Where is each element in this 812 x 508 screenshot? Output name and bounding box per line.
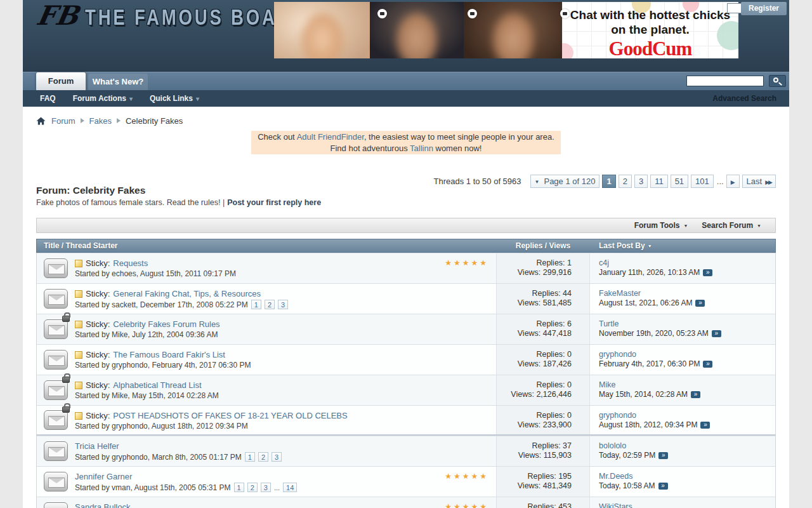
thread-title-link[interactable]: Requests [113,258,148,268]
goto-last-post-icon[interactable] [712,330,721,337]
goto-last-post-icon[interactable] [703,269,712,276]
column-header-last-post[interactable]: Last Post By [590,241,775,250]
search-forum-menu[interactable]: Search Forum [702,221,761,230]
sticky-note-icon [75,260,82,267]
last-post-user-link[interactable]: Mr.Deeds [599,472,775,481]
last-post-user-link[interactable]: bolololo [599,441,775,451]
thread-title-link[interactable]: Tricia Helfer [75,441,119,451]
lock-icon [62,406,70,413]
last-post-cell: FakeMasterAugust 1st, 2021, 06:26 AM [590,284,775,314]
column-header-replies[interactable]: Replies / Views [496,241,590,250]
thread-icon-cell [37,314,75,344]
nav-link-forum-actions[interactable]: Forum Actions [73,94,133,103]
sticky-prefix-label: Sticky: [86,289,110,298]
breadcrumb-separator-icon [117,118,121,123]
search-input[interactable] [686,76,764,86]
forum-description-text: Fake photos of famous female stars. Read… [36,198,225,207]
thread-title-link[interactable]: Jennifer Garner [75,472,132,481]
last-post-user-link[interactable]: Mike [599,380,775,390]
ad-notice-box: Check out Adult FriendFinder, the easies… [251,131,561,154]
search-button[interactable] [769,75,786,87]
tallinn-link[interactable]: Tallinn [410,144,433,153]
goto-last-post-icon[interactable] [658,452,668,459]
thread-byline-line: Started by gryphondo, August 18th, 2012 … [75,422,496,431]
tab-whats-new[interactable]: What's New? [88,74,148,90]
thread-row: Jennifer GarnerStarted by vman, August 1… [37,466,775,497]
advanced-search-link[interactable]: Advanced Search [712,94,776,103]
first-reply-link[interactable]: Post your first reply here [227,198,321,207]
goto-last-post-icon[interactable] [658,483,668,490]
thread-page-button[interactable]: 3 [261,483,271,492]
thread-page-button[interactable]: 1 [245,452,255,462]
goto-last-post-icon[interactable] [695,300,705,307]
sticky-note-icon [75,290,82,298]
page-number-button[interactable]: 11 [650,175,668,188]
thread-title-cell: Sandra BullockStarted by wonderboy, Febr… [75,497,496,508]
forum-tools-menu[interactable]: Forum Tools [634,221,688,230]
home-icon[interactable] [36,116,46,126]
thread-title-link[interactable]: Sandra Bullock [75,502,130,508]
page-number-button[interactable]: 51 [671,175,688,188]
page-number-button[interactable]: 2 [619,175,632,188]
thread-page-button[interactable]: 14 [283,483,297,492]
adult-friendfinder-link[interactable]: Adult FriendFinder [297,132,364,142]
thread-title-line: Sticky:Celebrity Fakes Forum Rules [75,319,496,330]
thread-page-button[interactable]: 3 [278,300,288,309]
last-page-button[interactable]: Last [742,175,776,188]
envelope-icon [44,472,68,491]
thread-page-button[interactable]: 1 [251,300,261,309]
replies-views-cell: Replies: 195Views: 481,349 [496,467,590,497]
last-post-cell: c4jJanuary 11th, 2026, 10:13 AM [590,253,775,283]
last-post-user-link[interactable]: gryphondo [599,350,775,359]
thread-title-link[interactable]: The Famous Board Fakir's List [113,350,225,359]
last-post-user-link[interactable]: FakeMaster [599,289,775,298]
forum-description: Fake photos of famous female stars. Read… [36,198,776,207]
page-number-button[interactable]: 3 [634,175,648,188]
views-count: Views: 115,903 [497,451,572,460]
ad-banner[interactable]: Chat with the hottest chicks on the plan… [274,2,738,58]
last-post-cell: MikeMay 15th, 2014, 02:28 AM [590,375,775,405]
thread-title-link[interactable]: Alphabetical Thread List [113,380,201,390]
thread-page-button[interactable]: 1 [234,483,244,492]
views-count: Views: 299,916 [497,268,572,277]
goto-last-post-icon[interactable] [700,422,710,429]
last-post-date: Today, 02:59 PM [599,451,655,460]
nav-link-quick-links[interactable]: Quick Links [150,94,199,103]
goto-last-post-icon[interactable] [691,391,700,398]
sticky-prefix-label: Sticky: [86,258,110,268]
page-dropdown-button[interactable]: Page 1 of 120 [530,175,600,188]
pagination-ellipsis: ... [717,177,724,186]
thread-title-link[interactable]: Celebrity Fakes Forum Rules [113,319,219,329]
thread-page-button[interactable]: 2 [258,452,268,462]
breadcrumb-item-fakes[interactable]: Fakes [89,116,112,126]
thread-title-link[interactable]: General Faking Chat, Tips, & Resources [113,289,261,298]
login-input[interactable] [727,3,742,13]
site-header: FB THE FAMOUS BOARD Chat with the hottes… [23,0,789,72]
register-button[interactable]: Register [741,2,787,15]
goto-last-post-icon[interactable] [703,361,712,368]
next-page-button[interactable] [726,175,740,188]
camera-icon [468,9,477,18]
last-post-user-link[interactable]: gryphondo [599,411,775,420]
logo-monogram: FB [34,0,81,31]
column-header-title[interactable]: Title / Thread Starter [37,241,496,250]
tab-forum[interactable]: Forum [36,72,86,90]
replies-views-cell: Replies: 44Views: 581,485 [496,284,590,314]
last-post-user-link[interactable]: c4j [599,258,775,268]
thread-title-link[interactable]: POST HEADSHOTS OF FAKES OF 18-21 YEAR OL… [113,411,347,420]
last-post-user-link[interactable]: Turtle [599,319,775,329]
thread-byline: Started by gryphondo, February 4th, 2017… [75,361,251,370]
nav-link-faq[interactable]: FAQ [40,94,56,103]
last-post-user-link[interactable]: WikiStars [599,502,775,508]
envelope-icon [44,319,68,339]
page-number-button[interactable]: 1 [602,175,615,188]
thread-page-button[interactable]: 2 [247,483,258,492]
thread-page-button[interactable]: 2 [265,300,275,309]
replies-views-cell: Replies: 1Views: 299,916 [496,253,590,283]
ad-brand-logo: GoodCum [562,37,738,58]
thread-page-button[interactable]: 3 [272,452,282,462]
page-number-button[interactable]: 101 [691,175,714,188]
breadcrumb-item-forum[interactable]: Forum [51,116,75,126]
thread-row: Sticky:Alphabetical Thread ListStarted b… [37,375,775,405]
thread-title-cell: Sticky:RequestsStarted by echoes, August… [75,253,496,283]
